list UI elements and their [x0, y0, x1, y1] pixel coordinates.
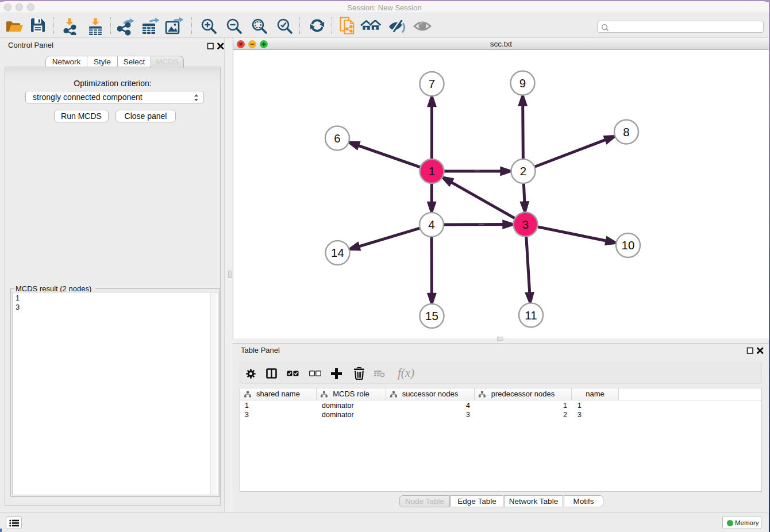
svg-text:10: 10 — [622, 238, 635, 252]
svg-text:4: 4 — [428, 218, 434, 231]
svg-text:6: 6 — [334, 132, 340, 145]
svg-text:8: 8 — [623, 125, 629, 138]
svg-text:15: 15 — [425, 309, 438, 322]
svg-text:3: 3 — [522, 218, 529, 231]
svg-text:2: 2 — [520, 164, 526, 178]
svg-text:9: 9 — [519, 76, 526, 90]
svg-text:14: 14 — [331, 246, 344, 259]
svg-text:11: 11 — [525, 309, 537, 322]
svg-text:7: 7 — [429, 77, 435, 90]
svg-text:1: 1 — [429, 164, 435, 178]
